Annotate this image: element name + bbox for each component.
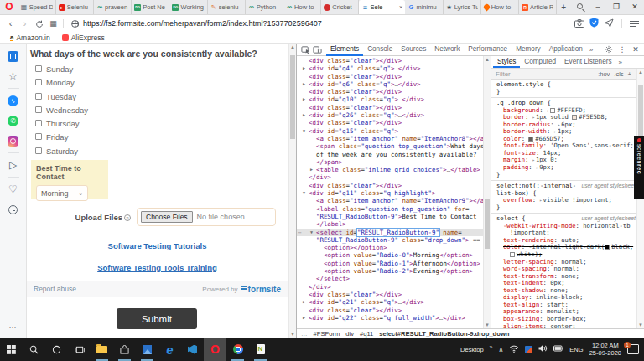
link-tutorials[interactable]: Software Testing Tutorials	[30, 241, 284, 250]
style-line[interactable]: overflow: ▸visible !important;	[495, 197, 636, 204]
filter-input[interactable]: Filter	[496, 70, 511, 78]
browser-tab[interactable]: praveen	[94, 0, 132, 14]
back-icon[interactable]: ‹	[3, 16, 18, 31]
breadcrumb-overflow[interactable]: …	[301, 330, 308, 338]
desktop-label[interactable]: Desktop	[460, 346, 484, 353]
filter-toggle[interactable]: :hov	[598, 70, 610, 78]
scroll-down-icon[interactable]: ▼	[637, 322, 644, 328]
dom-tree-line[interactable]: <div class="clear"></div>	[297, 73, 483, 80]
tab-search-icon[interactable]	[570, 3, 589, 11]
my-flow-sidebar-icon[interactable]: ▷	[7, 158, 20, 172]
style-line[interactable]: }	[495, 204, 636, 212]
dom-tree-line[interactable]: <option value="Radio-1">Afternoon</optio…	[297, 260, 483, 267]
checkbox-icon[interactable]	[35, 93, 42, 100]
forward-icon[interactable]: ›	[18, 16, 32, 31]
tabs-overflow-icon[interactable]: »	[587, 44, 595, 56]
color-swatch[interactable]	[572, 115, 577, 120]
network-wifi-icon[interactable]	[509, 345, 519, 354]
settings-gear-icon[interactable]	[603, 45, 615, 54]
maximize-button[interactable]: ❐	[607, 3, 626, 11]
day-option[interactable]: Monday	[35, 78, 284, 91]
collapsed-arrow-icon[interactable]: ▶	[310, 166, 313, 173]
style-rules[interactable]: element.style {}.q .drop_down {backgroun…	[491, 80, 644, 328]
history-clock-icon[interactable]	[7, 203, 20, 216]
dom-tree-line[interactable]: <div class="clear"></div>	[297, 307, 483, 314]
sidebar-setup-icon[interactable]	[630, 16, 639, 31]
subtab-styles[interactable]: Styles	[493, 56, 520, 68]
collapsed-arrow-icon[interactable]: ▶	[303, 95, 305, 103]
node-menu-icon[interactable]: ⋯	[298, 229, 300, 236]
messenger-icon[interactable]: ϟ	[7, 94, 20, 107]
dom-tree-line[interactable]: ▶<table class="inline_grid choices">…</t…	[297, 166, 483, 173]
page-scrollbar[interactable]: ▲ ▼	[288, 44, 296, 338]
breadcrumb-item[interactable]: div	[345, 330, 354, 338]
link-tools-training[interactable]: Software Testing Tools Training	[30, 263, 284, 272]
collapsed-arrow-icon[interactable]: ▶	[303, 80, 305, 88]
chrome-taskbar-icon[interactable]	[226, 338, 249, 361]
breadcrumb-item[interactable]: #FSForm	[314, 330, 340, 338]
devtools-close-icon[interactable]: ✕	[630, 45, 641, 54]
collapsed-arrow-icon[interactable]: ▶	[303, 64, 305, 72]
browser-tab[interactable]: Lyrics Tu	[444, 0, 481, 14]
dom-tree-line[interactable]: of the week are you consistently availab…	[297, 151, 483, 158]
day-option[interactable]: Sunday	[35, 64, 284, 78]
expanded-arrow-icon[interactable]: ▼	[303, 127, 305, 135]
vscode-icon[interactable]	[181, 338, 204, 361]
volume-icon[interactable]	[538, 344, 548, 354]
style-line[interactable]: align-items: center;	[495, 323, 636, 329]
subtabs-overflow-icon[interactable]: »	[616, 56, 625, 68]
tray-clock[interactable]: 12:02 AM 25-09-2020	[589, 342, 621, 357]
dom-tree-line[interactable]: "RESULT_RadioButton-9" class="drop_down"…	[297, 236, 483, 244]
help-icon[interactable]: ?	[124, 214, 131, 221]
devtools-tab-console[interactable]: Console	[363, 44, 397, 56]
scroll-up-icon[interactable]: ▲	[484, 56, 491, 63]
browser-tab[interactable]: Working	[169, 0, 207, 14]
dom-tree-line[interactable]: </select>	[297, 275, 483, 282]
submit-button[interactable]: Submit	[117, 308, 197, 329]
browser-tab[interactable]: seleniu	[208, 0, 246, 14]
address-bar[interactable]: https://fs2.formsite.com/meherpavan/form…	[66, 19, 574, 28]
collapsed-arrow-icon[interactable]: ▶	[303, 298, 305, 306]
action-center-icon[interactable]: 1	[627, 344, 639, 354]
devtools-tab-application[interactable]: Application	[545, 44, 587, 56]
dom-tree-line[interactable]: <div class="clear"></div>	[297, 88, 483, 95]
day-option[interactable]: Friday	[35, 132, 284, 146]
dom-tree-line[interactable]: <option></option>	[297, 244, 483, 251]
instagram-icon[interactable]	[7, 134, 20, 147]
tab-close-icon[interactable]: ×	[399, 3, 403, 11]
browser-tab[interactable]: Sele×	[359, 0, 405, 14]
browser-tab[interactable]: Post Ne	[132, 0, 169, 14]
subtab-computed[interactable]: Computed	[520, 56, 560, 68]
dom-tree-line[interactable]: <div class="clear"></div>	[297, 57, 483, 64]
scroll-down-icon[interactable]: ▼	[484, 322, 491, 328]
hidden-icons-caret[interactable]: ∧	[499, 346, 504, 353]
color-swatch[interactable]	[528, 137, 533, 142]
kebab-menu-icon[interactable]: ⋮	[616, 45, 628, 54]
bookmark-aliexpress[interactable]: AliExpress	[62, 34, 105, 42]
device-toolbar-icon[interactable]	[311, 45, 323, 54]
dom-scroll-thumb[interactable]	[485, 199, 490, 249]
tray-app-icon[interactable]	[525, 346, 532, 353]
scroll-up-icon[interactable]: ▲	[637, 69, 644, 75]
checkbox-icon[interactable]	[35, 65, 42, 72]
cortana-icon[interactable]	[45, 338, 68, 361]
dom-tree-line[interactable]: <span class="question top_question">What…	[297, 142, 483, 150]
dom-tree-line[interactable]: ▶<div id="q10" class="q">…</div>	[297, 95, 483, 103]
expanded-arrow-icon[interactable]: ▼	[310, 229, 313, 236]
report-abuse-link[interactable]: Report abuse	[34, 285, 76, 293]
close-button[interactable]: ✕	[626, 3, 644, 11]
browser-tab[interactable]: Article R	[519, 0, 557, 14]
sidebar-more-icon[interactable]: ⋯	[7, 321, 20, 334]
collapsed-arrow-icon[interactable]: ▶	[303, 111, 305, 119]
browser-tab[interactable]: Cricket	[321, 0, 359, 14]
breadcrumb-item[interactable]: #q11	[360, 330, 373, 338]
new-tab-button[interactable]: +	[557, 0, 570, 14]
dom-tree-line[interactable]: <div class="clear"></div>	[297, 182, 483, 189]
dom-tree-line[interactable]: </label>	[297, 220, 483, 228]
subtab-event-listeners[interactable]: Event Listeners	[560, 56, 615, 68]
dom-scrollbar[interactable]: ▲ ▼	[483, 56, 491, 328]
breadcrumb-item[interactable]: select#RESULT_RadioButton-9.drop_down	[379, 330, 509, 338]
devtools-tab-network[interactable]: Network	[430, 44, 464, 56]
browser-tab[interactable]: Speed D	[18, 0, 56, 14]
formsite-logo[interactable]: formsite	[241, 285, 281, 294]
